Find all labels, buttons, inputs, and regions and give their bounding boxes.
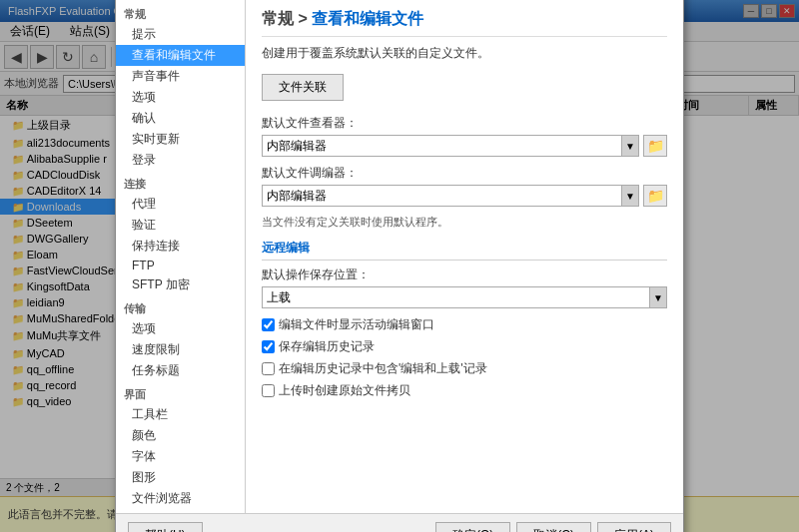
default-save-select[interactable]: 上载 — [262, 286, 667, 308]
breadcrumb-part1: 常规 — [262, 10, 294, 27]
checkbox-row-2: 保存编辑历史记录 — [262, 338, 667, 355]
content-description: 创建用于覆盖系统默认关联的自定义文件。 — [262, 45, 667, 62]
cancel-button[interactable]: 取消(C) — [516, 522, 591, 532]
checkbox-include-edit-upload[interactable] — [262, 362, 275, 375]
ok-button[interactable]: 确定(O) — [435, 522, 510, 532]
nav-item-verify[interactable]: 验证 — [116, 215, 245, 236]
nav-item-task-title[interactable]: 任务标题 — [116, 360, 245, 381]
default-save-row: 默认操作保存位置： 上载 ▼ — [262, 266, 667, 308]
default-viewer-controls: 内部编辑器 ▼ 📁 — [262, 135, 667, 157]
editor-browse-button[interactable]: 📁 — [643, 185, 667, 207]
apply-button[interactable]: 应用(A) — [597, 522, 671, 532]
default-viewer-select[interactable]: 内部编辑器 — [262, 135, 639, 157]
app-window: FlashFXP Evaluation Copy ─ □ ✕ 会话(E) 站点(… — [0, 0, 799, 532]
checkbox-row-3: 在编辑历史记录中包含'编辑和上载'记录 — [262, 360, 667, 377]
default-editor-label: 默认文件调编器： — [262, 165, 667, 182]
preferences-dialog: 参数选择 × 常规 提示 查看和编辑文件 声音事件 选项 确认 实时更新 登录 … — [115, 0, 684, 532]
nav-item-speed-limit[interactable]: 速度限制 — [116, 339, 245, 360]
nav-item-login[interactable]: 登录 — [116, 150, 245, 171]
viewer-browse-button[interactable]: 📁 — [643, 135, 667, 157]
default-viewer-label: 默认文件查看器： — [262, 115, 667, 132]
nav-item-view-edit[interactable]: 查看和编辑文件 — [116, 45, 245, 66]
dialog-footer-left: 帮助(H) — [128, 522, 203, 532]
checkbox-save-history-label: 保存编辑历史记录 — [279, 338, 375, 355]
checkbox-row-4: 上传时创建原始文件拷贝 — [262, 382, 667, 399]
default-save-label: 默认操作保存位置： — [262, 266, 667, 283]
nav-item-options[interactable]: 选项 — [116, 87, 245, 108]
nav-item-file-browser[interactable]: 文件浏览器 — [116, 488, 245, 509]
checkbox-show-editor[interactable] — [262, 318, 275, 331]
checkbox-show-editor-label: 编辑文件时显示活动编辑窗口 — [279, 316, 434, 333]
dialog-footer: 帮助(H) 确定(O) 取消(C) 应用(A) — [116, 513, 683, 532]
nav-item-realtime[interactable]: 实时更新 — [116, 129, 245, 150]
nav-item-color[interactable]: 颜色 — [116, 425, 245, 446]
nav-section-general: 常规 — [116, 5, 245, 24]
nav-section-connection: 连接 — [116, 175, 245, 194]
nav-item-sound[interactable]: 声音事件 — [116, 66, 245, 87]
nav-item-proxy[interactable]: 代理 — [116, 194, 245, 215]
default-editor-row: 默认文件调编器： 内部编辑器 ▼ 📁 — [262, 165, 667, 207]
nav-item-keepalive[interactable]: 保持连接 — [116, 236, 245, 257]
nav-item-font[interactable]: 字体 — [116, 446, 245, 467]
default-save-controls: 上载 ▼ — [262, 286, 667, 308]
remote-section-title: 远程编辑 — [262, 240, 667, 261]
dialog-footer-right: 确定(O) 取消(C) 应用(A) — [435, 522, 671, 532]
default-viewer-select-wrapper: 内部编辑器 ▼ — [262, 135, 639, 157]
breadcrumb-arrow: > — [298, 10, 312, 27]
checkbox-create-copy[interactable] — [262, 384, 275, 397]
file-assoc-button[interactable]: 文件关联 — [262, 74, 344, 101]
default-editor-select[interactable]: 内部编辑器 — [262, 185, 639, 207]
modal-overlay: 参数选择 × 常规 提示 查看和编辑文件 声音事件 选项 确认 实时更新 登录 … — [0, 0, 799, 532]
dialog-content: 常规 > 查看和编辑文件 创建用于覆盖系统默认关联的自定义文件。 文件关联 默认… — [246, 0, 683, 513]
nav-section-ui: 界面 — [116, 385, 245, 404]
dialog-nav: 常规 提示 查看和编辑文件 声音事件 选项 确认 实时更新 登录 连接 代理 验… — [116, 0, 246, 513]
checkbox-save-history[interactable] — [262, 340, 275, 353]
nav-item-sftp[interactable]: SFTP 加密 — [116, 274, 245, 295]
nav-item-tips[interactable]: 提示 — [116, 24, 245, 45]
help-button[interactable]: 帮助(H) — [128, 522, 203, 532]
nav-item-transfer-options[interactable]: 选项 — [116, 318, 245, 339]
nav-item-toolbar[interactable]: 工具栏 — [116, 404, 245, 425]
checkbox-create-copy-label: 上传时创建原始文件拷贝 — [279, 382, 410, 399]
nav-section-transfer: 传输 — [116, 299, 245, 318]
breadcrumb-part2: 查看和编辑文件 — [312, 10, 423, 27]
nav-item-ftp[interactable]: FTP — [116, 257, 245, 274]
default-save-select-wrapper: 上载 ▼ — [262, 286, 667, 308]
default-editor-controls: 内部编辑器 ▼ 📁 — [262, 185, 667, 207]
content-title: 常规 > 查看和编辑文件 — [262, 9, 667, 37]
checkbox-row-1: 编辑文件时显示活动编辑窗口 — [262, 316, 667, 333]
checkbox-include-edit-upload-label: 在编辑历史记录中包含'编辑和上载'记录 — [279, 360, 487, 377]
nav-item-graphics[interactable]: 图形 — [116, 467, 245, 488]
no-assoc-note: 当文件没有定义关联时使用默认程序。 — [262, 215, 667, 230]
default-viewer-row: 默认文件查看器： 内部编辑器 ▼ 📁 — [262, 115, 667, 157]
default-editor-select-wrapper: 内部编辑器 ▼ — [262, 185, 639, 207]
nav-item-confirm[interactable]: 确认 — [116, 108, 245, 129]
dialog-body: 常规 提示 查看和编辑文件 声音事件 选项 确认 实时更新 登录 连接 代理 验… — [116, 0, 683, 513]
